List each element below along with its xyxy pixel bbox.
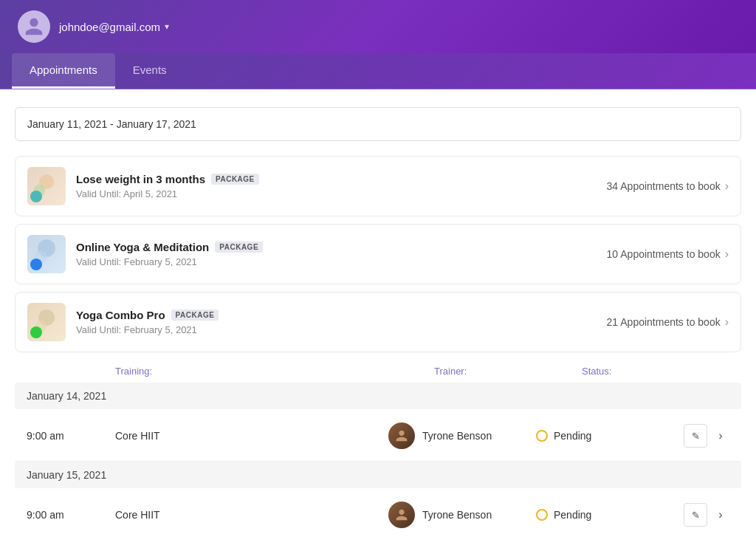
email-text: johndoe@gmail.com [59, 21, 160, 33]
date-range-value: January 11, 2021 - January 17, 2021 [27, 118, 196, 130]
date-group-header-2: January 15, 2021 [15, 462, 741, 488]
table-row: 9:00 am Core HIIT Tyrone Benson Pending … [15, 411, 741, 462]
edit-icon-1: ✎ [692, 431, 700, 442]
trainer-avatar-1 [388, 423, 415, 449]
appt-time-2: 9:00 am [27, 509, 115, 521]
col-header-status: Status: [582, 366, 729, 377]
edit-button-2[interactable]: ✎ [684, 503, 707, 527]
appt-actions-1: ✎ › [684, 424, 729, 448]
package-info-1: Lose weight in 3 months PACKAGE Valid Un… [76, 173, 597, 199]
app-header: johndoe@gmail.com ▾ [0, 0, 756, 53]
package-info-2: Online Yoga & Meditation PACKAGE Valid U… [76, 241, 597, 267]
chevron-right-icon-2: › [725, 247, 729, 261]
table-row: 9:00 am Core HIIT Tyrone Benson Pending … [15, 490, 741, 537]
user-email-display[interactable]: johndoe@gmail.com ▾ [59, 21, 169, 33]
package-badge-1: PACKAGE [211, 174, 259, 185]
date-group-header-1: January 14, 2021 [15, 383, 741, 409]
packages-list: Lose weight in 3 months PACKAGE Valid Un… [15, 156, 741, 352]
package-valid-3: Valid Until: February 5, 2021 [76, 324, 597, 335]
chevron-right-icon-1: › [725, 179, 729, 193]
appt-trainer-1: Tyrone Benson [388, 423, 536, 449]
edit-button-1[interactable]: ✎ [684, 424, 707, 448]
appointments-count-2: 10 Appointments to book [607, 248, 721, 260]
package-badge-2: PACKAGE [215, 242, 263, 253]
package-name-2: Online Yoga & Meditation [76, 241, 209, 253]
tabs-bar: Appointments Events [0, 53, 756, 89]
col-header-trainer: Trainer: [434, 366, 582, 377]
appt-time-1: 9:00 am [27, 430, 115, 442]
appt-training-1: Core HIIT [115, 430, 388, 442]
package-thumbnail-2 [27, 235, 66, 273]
appt-training-2: Core HIIT [115, 509, 388, 521]
package-badge-3: PACKAGE [171, 309, 219, 321]
tab-events[interactable]: Events [115, 53, 185, 89]
tab-appointments[interactable]: Appointments [12, 53, 115, 89]
dropdown-chevron-icon: ▾ [165, 21, 169, 32]
navigate-button-1[interactable]: › [712, 427, 729, 445]
navigate-button-2[interactable]: › [712, 506, 729, 524]
appointments-count-1: 34 Appointments to book [607, 180, 721, 192]
status-circle-icon-2 [536, 509, 548, 521]
package-thumbnail-3 [27, 303, 66, 341]
date-range-picker[interactable]: January 11, 2021 - January 17, 2021 [15, 107, 741, 141]
schedule-column-headers: Training: Trainer: Status: [15, 360, 741, 383]
package-name-1: Lose weight in 3 months [76, 173, 205, 185]
user-avatar [18, 10, 50, 43]
trainer-avatar-2 [388, 502, 415, 528]
col-header-time [27, 366, 115, 377]
package-valid-1: Valid Until: April 5, 2021 [76, 188, 597, 199]
appt-actions-2: ✎ › [684, 503, 729, 527]
chevron-right-nav-icon-1: › [718, 429, 722, 442]
status-circle-icon-1 [536, 430, 548, 442]
package-card-1[interactable]: Lose weight in 3 months PACKAGE Valid Un… [15, 156, 741, 216]
appointments-count-3: 21 Appointments to book [607, 316, 721, 328]
package-valid-2: Valid Until: February 5, 2021 [76, 256, 597, 267]
col-header-training: Training: [115, 366, 434, 377]
package-card-2[interactable]: Online Yoga & Meditation PACKAGE Valid U… [15, 224, 741, 284]
package-action-1: 34 Appointments to book › [607, 179, 729, 193]
package-name-3: Yoga Combo Pro [76, 309, 165, 321]
main-content: January 11, 2021 - January 17, 2021 Lose… [0, 89, 756, 537]
appt-trainer-2: Tyrone Benson [388, 502, 536, 528]
chevron-right-icon-3: › [725, 315, 729, 329]
appt-status-2: Pending [536, 509, 684, 521]
package-card-3[interactable]: Yoga Combo Pro PACKAGE Valid Until: Febr… [15, 292, 741, 352]
appt-status-1: Pending [536, 430, 684, 442]
package-info-3: Yoga Combo Pro PACKAGE Valid Until: Febr… [76, 309, 597, 335]
package-action-3: 21 Appointments to book › [607, 315, 729, 329]
package-action-2: 10 Appointments to book › [607, 247, 729, 261]
edit-icon-2: ✎ [692, 510, 700, 521]
package-thumbnail-1 [27, 167, 66, 205]
chevron-right-nav-icon-2: › [718, 508, 722, 521]
